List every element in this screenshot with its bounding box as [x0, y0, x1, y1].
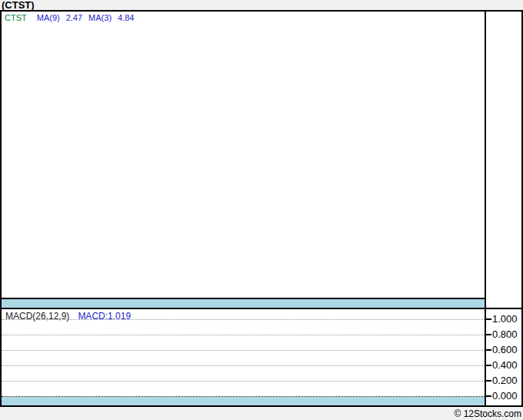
gridline-0.800 — [2, 335, 485, 335]
ma9-label: MA(9) — [37, 13, 60, 22]
ma3-label: MA(3) — [88, 13, 112, 22]
y-axis-label: 1.000 — [492, 314, 521, 325]
ma3-value: 4.84 — [118, 13, 134, 22]
macd-bottom-band — [2, 397, 485, 405]
ma9-value: 2.47 — [66, 13, 82, 22]
axis-tick — [485, 318, 491, 320]
gridline-0.600 — [2, 350, 485, 351]
panel-separator-bottom-border — [2, 308, 521, 309]
gridline-0.400 — [2, 365, 485, 366]
y-axis-label: 0.400 — [492, 360, 521, 371]
gridline-1.000 — [2, 319, 485, 320]
macd-value-label: MACD:1.019 — [78, 312, 131, 322]
axis-tick — [485, 334, 491, 335]
y-axis-label: 0.200 — [492, 375, 521, 386]
axis-separator-line — [485, 12, 486, 405]
y-axis-label: 0.600 — [492, 345, 521, 355]
panel-separator-band — [2, 299, 485, 308]
copyright-link[interactable]: © 12Stocks.com — [454, 408, 521, 419]
page-title: (CTST) — [2, 0, 35, 10]
macd-params-label: MACD(26,12,9) — [5, 312, 69, 322]
axis-tick — [485, 349, 491, 351]
gridline-0.200 — [2, 381, 485, 382]
macd-panel-legend: MACD(26,12,9) MACD:1.019 — [5, 312, 131, 322]
chart-frame: CTST MA(9) 2.47 MA(3) 4.84 MACD(26,12,9)… — [0, 10, 523, 407]
axis-tick — [485, 380, 491, 382]
ticker-symbol-label: CTST — [5, 13, 27, 22]
stock-chart-page: (CTST) CTST MA(9) 2.47 MA(3) 4.84 MACD(2… — [0, 0, 523, 420]
price-panel-legend: CTST MA(9) 2.47 MA(3) 4.84 — [5, 13, 140, 22]
axis-tick — [485, 365, 491, 366]
axis-tick — [485, 395, 491, 397]
y-axis-label: 0.000 — [492, 391, 521, 402]
y-axis-label: 0.800 — [492, 329, 521, 340]
